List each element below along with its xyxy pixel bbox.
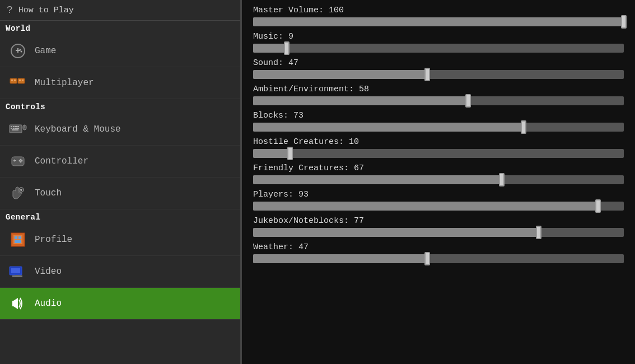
slider-thumb-players[interactable] <box>595 199 601 213</box>
svg-rect-5 <box>10 78 17 83</box>
slider-row-weather: Weather: 47 <box>253 242 624 263</box>
keyboard-mouse-label: Keyboard & Mouse <box>35 124 121 134</box>
sidebar-item-profile[interactable]: Profile <box>0 224 240 256</box>
slider-track-friendly-creatures[interactable] <box>253 175 624 184</box>
controls-section-header: Controls <box>0 99 240 114</box>
slider-thumb-blocks[interactable] <box>521 120 526 134</box>
svg-rect-34 <box>15 240 21 243</box>
slider-row-hostile-creatures: Hostile Creatures: 10 <box>253 137 624 158</box>
slider-track-sound[interactable] <box>253 70 624 79</box>
slider-thumb-friendly-creatures[interactable] <box>499 173 505 186</box>
slider-track-blocks[interactable] <box>253 123 624 132</box>
slider-fill-sound <box>253 70 427 79</box>
svg-rect-10 <box>22 80 24 81</box>
slider-thumb-hostile-creatures[interactable] <box>287 147 293 160</box>
sidebar-item-audio[interactable]: Audio <box>0 288 240 320</box>
game-label: Game <box>35 46 56 56</box>
slider-fill-players <box>253 202 598 211</box>
svg-rect-2 <box>17 48 18 53</box>
slider-fill-master-volume <box>253 17 624 26</box>
slider-label-sound: Sound: 47 <box>253 58 624 68</box>
sidebar-item-video[interactable]: Video <box>0 256 240 288</box>
slider-label-blocks: Blocks: 73 <box>253 111 624 120</box>
svg-point-3 <box>20 49 21 51</box>
svg-point-4 <box>21 51 22 53</box>
slider-fill-blocks <box>253 123 524 132</box>
sidebar-item-keyboard-mouse[interactable]: Keyboard & Mouse <box>0 114 240 146</box>
slider-label-ambient: Ambient/Environment: 58 <box>253 85 624 94</box>
how-to-play-item[interactable]: ? How to Play <box>0 0 240 21</box>
touch-icon <box>8 183 28 203</box>
svg-rect-9 <box>19 80 21 81</box>
slider-thumb-ambient[interactable] <box>465 94 471 108</box>
sidebar-item-touch[interactable]: Touch <box>0 178 240 209</box>
game-icon <box>8 41 28 61</box>
controller-icon <box>8 151 28 171</box>
svg-rect-17 <box>13 128 15 129</box>
how-to-play-label: How to Play <box>18 6 74 15</box>
sidebar: ? How to Play World Game <box>0 0 242 364</box>
sidebar-item-game[interactable]: Game <box>0 35 240 67</box>
slider-fill-friendly-creatures <box>253 175 502 184</box>
svg-rect-15 <box>17 126 19 127</box>
svg-marker-39 <box>13 298 18 309</box>
svg-point-29 <box>20 189 22 191</box>
svg-rect-36 <box>11 268 20 273</box>
slider-track-ambient[interactable] <box>253 96 624 105</box>
slider-row-ambient: Ambient/Environment: 58 <box>253 85 624 105</box>
general-section-header: General <box>0 209 240 224</box>
slider-track-master-volume[interactable] <box>253 17 624 26</box>
multiplayer-label: Multiplayer <box>35 78 94 88</box>
slider-thumb-weather[interactable] <box>424 252 430 265</box>
slider-row-blocks: Blocks: 73 <box>253 111 624 132</box>
main-content: Master Volume: 100Music: 9Sound: 47Ambie… <box>242 0 635 364</box>
svg-rect-8 <box>18 78 25 83</box>
profile-label: Profile <box>35 235 72 245</box>
slider-row-music: Music: 9 <box>253 32 624 53</box>
slider-track-music[interactable] <box>253 44 624 53</box>
slider-label-master-volume: Master Volume: 100 <box>253 6 624 15</box>
svg-rect-32 <box>15 236 17 239</box>
slider-track-jukebox[interactable] <box>253 228 624 237</box>
slider-fill-jukebox <box>253 228 539 237</box>
svg-rect-23 <box>15 159 15 162</box>
svg-rect-18 <box>15 128 19 129</box>
slider-label-music: Music: 9 <box>253 32 624 41</box>
sidebar-item-controller[interactable]: Controller <box>0 146 240 178</box>
slider-label-friendly-creatures: Friendly Creatures: 67 <box>253 164 624 173</box>
audio-label: Audio <box>35 298 62 309</box>
controller-label: Controller <box>35 156 88 166</box>
slider-label-jukebox: Jukebox/Noteblocks: 77 <box>253 216 624 226</box>
svg-rect-13 <box>13 126 15 127</box>
slider-row-friendly-creatures: Friendly Creatures: 67 <box>253 164 624 184</box>
slider-row-jukebox: Jukebox/Noteblocks: 77 <box>253 216 624 237</box>
svg-rect-12 <box>11 126 12 127</box>
sidebar-item-multiplayer[interactable]: Multiplayer <box>0 67 240 99</box>
slider-row-master-volume: Master Volume: 100 <box>253 6 624 26</box>
multiplayer-icon <box>8 73 28 93</box>
slider-thumb-master-volume[interactable] <box>621 15 627 29</box>
slider-track-weather[interactable] <box>253 254 624 263</box>
svg-rect-38 <box>15 275 20 276</box>
svg-point-27 <box>20 161 22 163</box>
slider-row-players: Players: 93 <box>253 190 624 211</box>
svg-rect-40 <box>12 301 13 306</box>
slider-thumb-sound[interactable] <box>424 68 430 81</box>
audio-icon <box>8 293 28 314</box>
world-section-header: World <box>0 21 240 35</box>
slider-track-players[interactable] <box>253 202 624 211</box>
touch-label: Touch <box>35 188 62 198</box>
slider-thumb-music[interactable] <box>284 41 290 55</box>
video-icon <box>8 262 28 282</box>
video-label: Video <box>35 267 62 277</box>
slider-track-hostile-creatures[interactable] <box>253 149 624 158</box>
slider-label-hostile-creatures: Hostile Creatures: 10 <box>253 137 624 147</box>
question-icon: ? <box>7 4 13 16</box>
slider-thumb-jukebox[interactable] <box>536 226 541 239</box>
svg-rect-19 <box>12 129 18 130</box>
slider-row-sound: Sound: 47 <box>253 58 624 79</box>
svg-rect-33 <box>18 236 21 239</box>
slider-label-weather: Weather: 47 <box>253 242 624 252</box>
svg-rect-6 <box>11 80 13 81</box>
svg-rect-14 <box>15 126 17 127</box>
